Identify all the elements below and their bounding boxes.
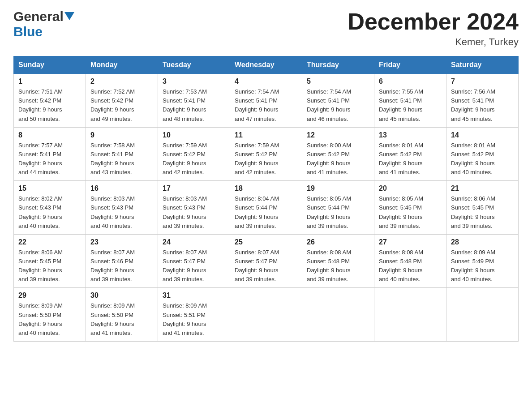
calendar-week-row: 29 Sunrise: 8:09 AMSunset: 5:50 PMDaylig… bbox=[14, 288, 519, 342]
day-number: 2 bbox=[90, 77, 153, 86]
calendar-day-cell: 15 Sunrise: 8:02 AMSunset: 5:43 PMDaylig… bbox=[14, 181, 86, 235]
day-number: 28 bbox=[451, 238, 514, 246]
calendar-day-cell: 21 Sunrise: 8:06 AMSunset: 5:45 PMDaylig… bbox=[446, 181, 519, 235]
day-number: 17 bbox=[163, 184, 225, 193]
page-subtitle: Kemer, Turkey bbox=[348, 36, 519, 48]
day-number: 12 bbox=[307, 131, 369, 139]
calendar-week-row: 8 Sunrise: 7:57 AMSunset: 5:41 PMDayligh… bbox=[14, 127, 519, 181]
logo-general-text: General bbox=[13, 9, 64, 24]
day-info: Sunrise: 8:09 AMSunset: 5:51 PMDaylight:… bbox=[163, 302, 207, 336]
weekday-header-friday: Friday bbox=[374, 56, 446, 74]
day-info: Sunrise: 7:56 AMSunset: 5:41 PMDaylight:… bbox=[451, 88, 495, 122]
calendar-day-cell: 1 Sunrise: 7:51 AMSunset: 5:42 PMDayligh… bbox=[14, 74, 86, 128]
calendar-day-cell: 22 Sunrise: 8:06 AMSunset: 5:45 PMDaylig… bbox=[14, 234, 86, 288]
weekday-header-wednesday: Wednesday bbox=[230, 56, 302, 74]
day-info: Sunrise: 8:00 AMSunset: 5:42 PMDaylight:… bbox=[307, 142, 351, 176]
day-number: 9 bbox=[90, 131, 153, 139]
day-info: Sunrise: 7:59 AMSunset: 5:42 PMDaylight:… bbox=[163, 142, 207, 176]
calendar-week-row: 1 Sunrise: 7:51 AMSunset: 5:42 PMDayligh… bbox=[14, 74, 519, 128]
calendar-day-cell: 16 Sunrise: 8:03 AMSunset: 5:43 PMDaylig… bbox=[86, 181, 158, 235]
day-number: 23 bbox=[90, 238, 153, 246]
day-info: Sunrise: 8:06 AMSunset: 5:45 PMDaylight:… bbox=[18, 249, 63, 283]
day-info: Sunrise: 7:54 AMSunset: 5:41 PMDaylight:… bbox=[307, 88, 351, 122]
day-number: 31 bbox=[163, 291, 225, 300]
title-section: December 2024 Kemer, Turkey bbox=[348, 9, 519, 48]
day-number: 8 bbox=[18, 131, 81, 139]
calendar-table: SundayMondayTuesdayWednesdayThursdayFrid… bbox=[13, 56, 519, 342]
calendar-day-cell: 23 Sunrise: 8:07 AMSunset: 5:46 PMDaylig… bbox=[86, 234, 158, 288]
calendar-day-cell: 28 Sunrise: 8:09 AMSunset: 5:49 PMDaylig… bbox=[446, 234, 519, 288]
day-number: 7 bbox=[451, 77, 514, 86]
calendar-day-cell: 18 Sunrise: 8:04 AMSunset: 5:44 PMDaylig… bbox=[230, 181, 302, 235]
day-info: Sunrise: 8:09 AMSunset: 5:50 PMDaylight:… bbox=[18, 302, 63, 336]
calendar-week-row: 22 Sunrise: 8:06 AMSunset: 5:45 PMDaylig… bbox=[14, 234, 519, 288]
day-number: 19 bbox=[307, 184, 369, 193]
weekday-header-sunday: Sunday bbox=[14, 56, 86, 74]
empty-cell bbox=[230, 288, 302, 342]
calendar-day-cell: 14 Sunrise: 8:01 AMSunset: 5:42 PMDaylig… bbox=[446, 127, 519, 181]
calendar-day-cell: 31 Sunrise: 8:09 AMSunset: 5:51 PMDaylig… bbox=[158, 288, 230, 342]
day-number: 20 bbox=[379, 184, 442, 193]
day-number: 30 bbox=[90, 291, 153, 300]
logo-triangle-icon bbox=[64, 12, 74, 22]
day-info: Sunrise: 8:01 AMSunset: 5:42 PMDaylight:… bbox=[379, 142, 423, 176]
calendar-day-cell: 20 Sunrise: 8:05 AMSunset: 5:45 PMDaylig… bbox=[374, 181, 446, 235]
calendar-day-cell: 3 Sunrise: 7:53 AMSunset: 5:41 PMDayligh… bbox=[158, 74, 230, 128]
empty-cell bbox=[446, 288, 519, 342]
calendar-day-cell: 30 Sunrise: 8:09 AMSunset: 5:50 PMDaylig… bbox=[86, 288, 158, 342]
day-number: 18 bbox=[235, 184, 297, 193]
calendar-day-cell: 25 Sunrise: 8:07 AMSunset: 5:47 PMDaylig… bbox=[230, 234, 302, 288]
day-number: 1 bbox=[18, 77, 81, 86]
calendar-day-cell: 11 Sunrise: 7:59 AMSunset: 5:42 PMDaylig… bbox=[230, 127, 302, 181]
day-number: 25 bbox=[235, 238, 297, 246]
page-title: December 2024 bbox=[348, 9, 519, 34]
day-info: Sunrise: 8:06 AMSunset: 5:45 PMDaylight:… bbox=[451, 195, 495, 229]
calendar-day-cell: 12 Sunrise: 8:00 AMSunset: 5:42 PMDaylig… bbox=[302, 127, 374, 181]
day-info: Sunrise: 7:51 AMSunset: 5:42 PMDaylight:… bbox=[18, 88, 63, 122]
svg-marker-0 bbox=[64, 12, 74, 20]
day-info: Sunrise: 7:53 AMSunset: 5:41 PMDaylight:… bbox=[163, 88, 207, 122]
logo-blue-text: Blue bbox=[13, 24, 43, 39]
day-number: 6 bbox=[379, 77, 442, 86]
day-info: Sunrise: 7:59 AMSunset: 5:42 PMDaylight:… bbox=[235, 142, 279, 176]
day-info: Sunrise: 8:08 AMSunset: 5:48 PMDaylight:… bbox=[307, 249, 351, 283]
day-info: Sunrise: 7:55 AMSunset: 5:41 PMDaylight:… bbox=[379, 88, 423, 122]
day-info: Sunrise: 8:04 AMSunset: 5:44 PMDaylight:… bbox=[235, 195, 279, 229]
day-info: Sunrise: 8:03 AMSunset: 5:43 PMDaylight:… bbox=[163, 195, 207, 229]
day-info: Sunrise: 8:07 AMSunset: 5:47 PMDaylight:… bbox=[163, 249, 207, 283]
weekday-header-saturday: Saturday bbox=[446, 56, 519, 74]
calendar-day-cell: 27 Sunrise: 8:08 AMSunset: 5:48 PMDaylig… bbox=[374, 234, 446, 288]
day-info: Sunrise: 8:07 AMSunset: 5:47 PMDaylight:… bbox=[235, 249, 279, 283]
day-number: 15 bbox=[18, 184, 81, 193]
day-info: Sunrise: 8:05 AMSunset: 5:44 PMDaylight:… bbox=[307, 195, 351, 229]
day-number: 14 bbox=[451, 131, 514, 139]
day-info: Sunrise: 8:03 AMSunset: 5:43 PMDaylight:… bbox=[90, 195, 135, 229]
day-number: 5 bbox=[307, 77, 369, 86]
day-info: Sunrise: 8:02 AMSunset: 5:43 PMDaylight:… bbox=[18, 195, 63, 229]
calendar-day-cell: 29 Sunrise: 8:09 AMSunset: 5:50 PMDaylig… bbox=[14, 288, 86, 342]
calendar-day-cell: 24 Sunrise: 8:07 AMSunset: 5:47 PMDaylig… bbox=[158, 234, 230, 288]
calendar-day-cell: 5 Sunrise: 7:54 AMSunset: 5:41 PMDayligh… bbox=[302, 74, 374, 128]
calendar-day-cell: 9 Sunrise: 7:58 AMSunset: 5:41 PMDayligh… bbox=[86, 127, 158, 181]
day-number: 27 bbox=[379, 238, 442, 246]
day-info: Sunrise: 7:57 AMSunset: 5:41 PMDaylight:… bbox=[18, 142, 63, 176]
calendar-day-cell: 7 Sunrise: 7:56 AMSunset: 5:41 PMDayligh… bbox=[446, 74, 519, 128]
day-number: 26 bbox=[307, 238, 369, 246]
weekday-header-row: SundayMondayTuesdayWednesdayThursdayFrid… bbox=[14, 56, 519, 74]
day-info: Sunrise: 8:01 AMSunset: 5:42 PMDaylight:… bbox=[451, 142, 495, 176]
calendar-day-cell: 4 Sunrise: 7:54 AMSunset: 5:41 PMDayligh… bbox=[230, 74, 302, 128]
day-info: Sunrise: 7:52 AMSunset: 5:42 PMDaylight:… bbox=[90, 88, 135, 122]
empty-cell bbox=[302, 288, 374, 342]
day-number: 16 bbox=[90, 184, 153, 193]
weekday-header-thursday: Thursday bbox=[302, 56, 374, 74]
logo: General Blue bbox=[13, 9, 74, 39]
calendar-day-cell: 19 Sunrise: 8:05 AMSunset: 5:44 PMDaylig… bbox=[302, 181, 374, 235]
day-info: Sunrise: 8:05 AMSunset: 5:45 PMDaylight:… bbox=[379, 195, 423, 229]
day-info: Sunrise: 8:09 AMSunset: 5:50 PMDaylight:… bbox=[90, 302, 135, 336]
weekday-header-tuesday: Tuesday bbox=[158, 56, 230, 74]
day-number: 24 bbox=[163, 238, 225, 246]
day-info: Sunrise: 7:58 AMSunset: 5:41 PMDaylight:… bbox=[90, 142, 135, 176]
day-number: 4 bbox=[235, 77, 297, 86]
empty-cell bbox=[374, 288, 446, 342]
day-number: 29 bbox=[18, 291, 81, 300]
